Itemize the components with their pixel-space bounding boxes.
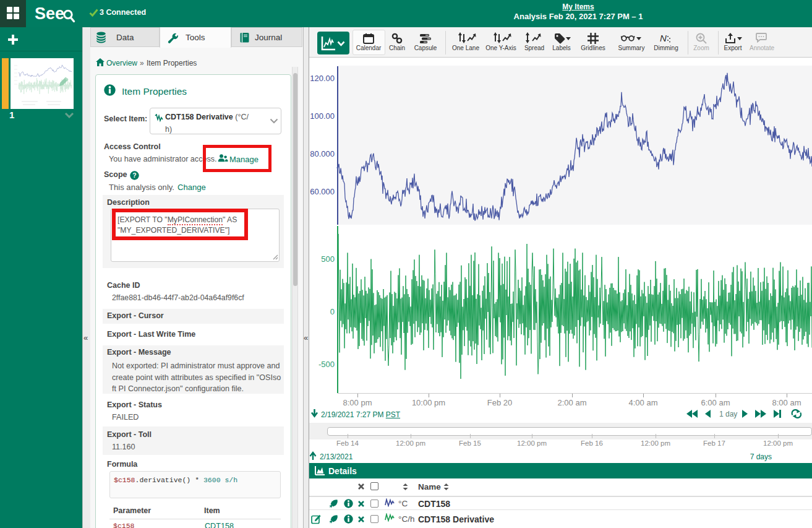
svg-text:1 day: 1 day <box>719 410 737 418</box>
